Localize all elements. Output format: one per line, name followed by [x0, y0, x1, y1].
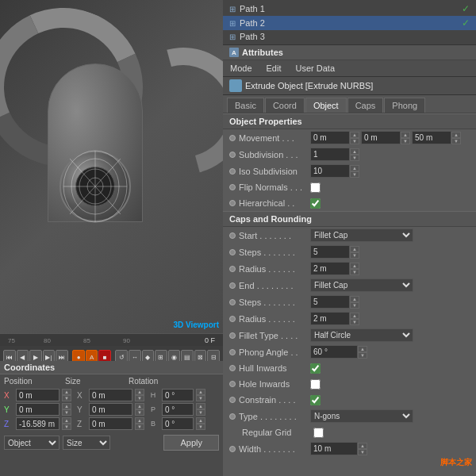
flip-normals-checkbox[interactable] — [310, 182, 321, 193]
phong-angle-dot — [229, 349, 236, 355]
iso-subdivision-spin[interactable]: ▲▼ — [350, 165, 359, 178]
movement-x-input[interactable] — [310, 131, 350, 144]
width-row: Width . . . . . . . ▲▼ — [223, 440, 476, 457]
phong-angle-spin[interactable]: ▲▼ — [358, 346, 367, 359]
fillet-type-dot — [229, 332, 236, 339]
hierarchical-row: Hierarchical . . — [223, 195, 476, 211]
tab-phong[interactable]: Phong — [384, 98, 425, 113]
hierarchical-dot — [229, 200, 236, 206]
constrain-checkbox[interactable] — [310, 395, 321, 405]
radius1-input[interactable] — [310, 262, 350, 275]
ruler-75: 75 — [8, 337, 15, 344]
caps-rounding-header: Caps and Rounding — [223, 211, 476, 227]
steps1-dot — [229, 249, 236, 255]
menu-edit[interactable]: Edit — [263, 62, 285, 75]
radius2-row: Radius . . . . . . ▲▼ — [223, 310, 476, 327]
rot-b-spin[interactable]: ▲▼ — [196, 417, 205, 430]
path-2-label: Path 2 — [240, 18, 265, 28]
hull-inwards-checkbox[interactable] — [310, 363, 321, 374]
tab-caps[interactable]: Caps — [347, 98, 384, 113]
size-y-spin[interactable]: ▲▼ — [135, 403, 144, 416]
path-item-2[interactable]: ⊞ Path 2 ✓ — [223, 16, 476, 30]
fillet-type-dropdown[interactable]: Half Circle — [310, 328, 413, 342]
movement-x-spin[interactable]: ▲▼ — [350, 132, 359, 144]
object-dropdown[interactable]: Object — [4, 436, 60, 450]
steps2-row: Steps . . . . . . . ▲▼ — [223, 294, 476, 310]
end-dropdown[interactable]: Fillet Cap — [310, 278, 413, 292]
tab-coord[interactable]: Coord — [265, 98, 305, 113]
iso-subdivision-input[interactable] — [310, 164, 350, 178]
phong-angle-input[interactable] — [310, 345, 358, 359]
pos-z-spin[interactable]: ▲▼ — [62, 417, 71, 430]
hierarchical-checkbox[interactable] — [310, 198, 321, 209]
subdivision-spin[interactable]: ▲▼ — [350, 148, 359, 161]
start-dropdown[interactable]: Fillet Cap — [310, 228, 413, 242]
steps1-spin[interactable]: ▲▼ — [350, 246, 359, 259]
type-label: Type . . . . . . . . — [239, 412, 310, 421]
props-tabs: Basic Coord Object Caps Phong — [223, 95, 476, 113]
width-dot — [229, 446, 236, 452]
regular-grid-checkbox[interactable] — [313, 428, 324, 438]
size-z-input[interactable] — [89, 417, 132, 430]
radius2-input[interactable] — [310, 312, 350, 325]
path-item-3[interactable]: ⊞ Path 3 — [223, 30, 476, 43]
constrain-dot — [229, 397, 236, 403]
rot-p-spin[interactable]: ▲▼ — [196, 403, 205, 416]
hole-inwards-label: Hole Inwards — [239, 379, 310, 389]
rot-p-input[interactable] — [162, 403, 194, 416]
radius1-spin[interactable]: ▲▼ — [350, 263, 359, 275]
movement-row: Movement . . . ▲▼ ▲▼ ▲▼ — [223, 129, 476, 146]
position-label: Position — [4, 377, 56, 386]
steps1-input[interactable] — [310, 245, 350, 259]
path-1-check: ✓ — [462, 3, 470, 14]
steps2-input[interactable] — [310, 295, 350, 309]
movement-z-spin[interactable]: ▲▼ — [451, 132, 461, 144]
regular-grid-row: Regular Grid — [223, 424, 476, 440]
axis-x-label: X — [4, 391, 13, 400]
tab-basic[interactable]: Basic — [227, 98, 264, 113]
movement-y-spin[interactable]: ▲▼ — [401, 132, 410, 144]
axis-y-size-label: Y — [77, 405, 86, 414]
hole-inwards-checkbox[interactable] — [310, 379, 321, 390]
movement-y-input[interactable] — [361, 131, 401, 144]
width-spin[interactable]: ▲▼ — [358, 443, 367, 455]
attributes-header: A Attributes — [223, 45, 476, 60]
extrude-object-row: Extrude Object [Extrude NURBS] — [223, 77, 476, 95]
apply-button[interactable]: Apply — [163, 435, 219, 451]
pos-x-input[interactable] — [16, 389, 60, 401]
tab-object[interactable]: Object — [305, 98, 347, 113]
transport-bar: 75 80 85 90 0 F ⏮ ◀ ▶ ▶| ⏭ ● A ■ ↺ ↔ ◆ ⊞… — [0, 333, 223, 361]
width-input[interactable] — [310, 442, 358, 455]
movement-label: Movement . . . — [239, 133, 310, 143]
size-y-input[interactable] — [89, 403, 132, 416]
size-z-spin[interactable]: ▲▼ — [135, 417, 144, 430]
menu-mode[interactable]: Mode — [227, 62, 255, 75]
pos-y-spin[interactable]: ▲▼ — [62, 403, 71, 416]
axis-x-size-label: X — [77, 391, 86, 400]
frame-indicator: 0 F — [205, 336, 215, 344]
ruler-90: 90 — [123, 337, 130, 344]
subdivision-input[interactable] — [310, 148, 350, 161]
radius2-dot — [229, 316, 236, 322]
menu-user-data[interactable]: User Data — [293, 62, 339, 75]
pos-z-input[interactable] — [16, 417, 60, 430]
movement-z-input[interactable] — [412, 131, 451, 144]
radius1-label: Radius . . . . . . — [239, 264, 310, 274]
size-x-input[interactable] — [89, 389, 132, 401]
rot-h-input[interactable] — [162, 389, 194, 401]
pos-x-spin[interactable]: ▲▼ — [62, 389, 71, 401]
rot-h-spin[interactable]: ▲▼ — [196, 389, 205, 401]
attributes-icon: A — [229, 48, 239, 57]
radius2-spin[interactable]: ▲▼ — [350, 313, 359, 325]
size-dropdown[interactable]: Size — [63, 436, 110, 450]
path-item-1[interactable]: ⊞ Path 1 ✓ — [223, 2, 476, 16]
rot-h-label: H — [147, 391, 159, 399]
size-x-spin[interactable]: ▲▼ — [135, 389, 144, 401]
hull-inwards-dot — [229, 365, 236, 371]
type-dropdown[interactable]: N-gons — [310, 409, 413, 423]
rot-b-input[interactable] — [162, 417, 194, 430]
pos-y-input[interactable] — [16, 403, 60, 416]
path-1-icon: ⊞ — [229, 5, 236, 13]
rotation-label: Rotation — [129, 377, 219, 386]
steps2-spin[interactable]: ▲▼ — [350, 296, 359, 309]
